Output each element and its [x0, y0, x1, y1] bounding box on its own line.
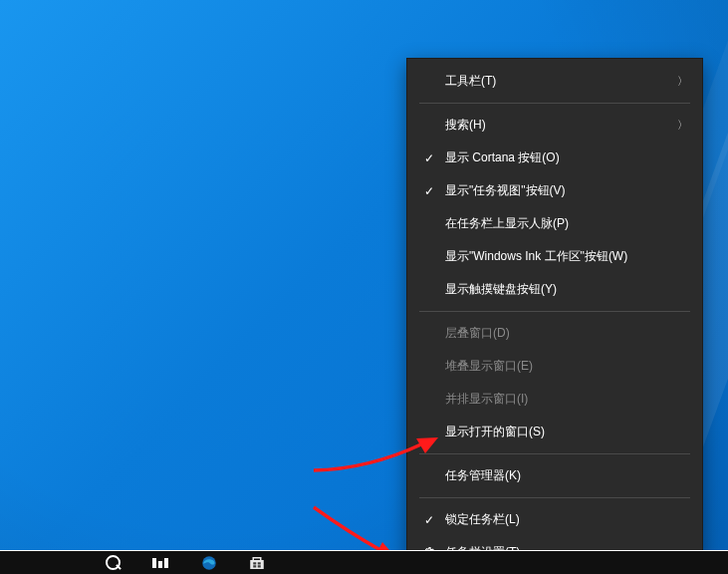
svg-rect-4	[258, 562, 261, 564]
menu-separator	[419, 103, 690, 104]
menu-separator	[419, 497, 690, 498]
menu-item-lock-taskbar[interactable]: ✓ 锁定任务栏(L)	[407, 503, 702, 536]
taskview-icon	[152, 558, 170, 568]
taskbar-taskview-button[interactable]	[137, 551, 185, 574]
menu-item-show-touch-keyboard[interactable]: 显示触摸键盘按钮(Y)	[407, 273, 702, 306]
submenu-arrow-icon: 〉	[674, 74, 688, 89]
taskbar-app-store[interactable]	[233, 551, 281, 574]
menu-item-label: 显示"任务视图"按钮(V)	[439, 182, 674, 199]
submenu-arrow-icon: 〉	[674, 118, 688, 133]
menu-separator	[419, 311, 690, 312]
menu-item-label: 堆叠显示窗口(E)	[439, 358, 674, 375]
svg-rect-6	[258, 565, 261, 567]
menu-item-sidebyside-windows: 并排显示窗口(I)	[407, 383, 702, 416]
menu-item-label: 任务管理器(K)	[439, 467, 674, 484]
menu-item-show-taskview[interactable]: ✓ 显示"任务视图"按钮(V)	[407, 174, 702, 207]
taskbar[interactable]	[0, 551, 728, 574]
taskbar-app-edge[interactable]	[185, 551, 233, 574]
menu-item-label: 层叠窗口(D)	[439, 325, 674, 342]
menu-item-cascade-windows: 层叠窗口(D)	[407, 317, 702, 350]
menu-item-label: 在任务栏上显示人脉(P)	[439, 215, 674, 232]
menu-separator	[419, 453, 690, 454]
menu-item-stacked-windows: 堆叠显示窗口(E)	[407, 350, 702, 383]
svg-rect-5	[253, 565, 256, 567]
menu-item-label: 搜索(H)	[439, 117, 674, 134]
menu-item-show-people[interactable]: 在任务栏上显示人脉(P)	[407, 207, 702, 240]
menu-item-search[interactable]: 搜索(H) 〉	[407, 109, 702, 142]
search-icon	[106, 555, 121, 571]
taskbar-context-menu: 工具栏(T) 〉 搜索(H) 〉 ✓ 显示 Cortana 按钮(O) ✓ 显示…	[406, 58, 703, 574]
menu-item-task-manager[interactable]: 任务管理器(K)	[407, 459, 702, 492]
menu-item-label: 工具栏(T)	[439, 73, 674, 90]
checkmark-icon: ✓	[419, 151, 439, 165]
svg-rect-3	[253, 562, 256, 564]
menu-item-label: 显示 Cortana 按钮(O)	[439, 149, 674, 166]
taskbar-search-button[interactable]	[90, 551, 137, 574]
store-icon	[248, 554, 266, 572]
menu-item-label: 锁定任务栏(L)	[439, 511, 674, 528]
desktop[interactable]: 工具栏(T) 〉 搜索(H) 〉 ✓ 显示 Cortana 按钮(O) ✓ 显示…	[0, 0, 728, 574]
menu-item-label: 显示"Windows Ink 工作区"按钮(W)	[439, 248, 674, 265]
checkmark-icon: ✓	[419, 513, 439, 527]
menu-item-label: 并排显示窗口(I)	[439, 391, 674, 408]
menu-item-toolbars[interactable]: 工具栏(T) 〉	[407, 65, 702, 98]
checkmark-icon: ✓	[419, 184, 439, 198]
menu-item-show-cortana[interactable]: ✓ 显示 Cortana 按钮(O)	[407, 142, 702, 174]
edge-icon	[200, 554, 218, 572]
menu-item-label: 显示打开的窗口(S)	[439, 424, 674, 440]
menu-item-show-open-windows[interactable]: 显示打开的窗口(S)	[407, 416, 702, 448]
menu-item-show-ink[interactable]: 显示"Windows Ink 工作区"按钮(W)	[407, 240, 702, 273]
menu-item-label: 显示触摸键盘按钮(Y)	[439, 281, 674, 298]
